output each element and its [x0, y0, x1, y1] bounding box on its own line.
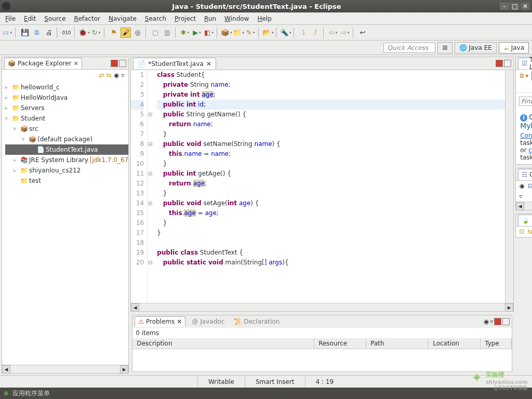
focus-icon[interactable]: ◉ [519, 182, 524, 190]
collapse-icon[interactable]: ⊟ [519, 228, 524, 235]
back-button[interactable]: ⇦ [328, 28, 338, 38]
link-icon[interactable]: ⇆ [527, 228, 532, 235]
column-header[interactable]: Resource [314, 338, 366, 349]
collapse-all-icon[interactable]: ⇄ [99, 72, 104, 79]
focus-icon[interactable]: ◉ [484, 318, 489, 325]
menu-file[interactable]: File [1, 14, 20, 24]
new-package-button[interactable]: 📦 [221, 28, 232, 38]
scroll-left-button[interactable]: ◀ [516, 202, 524, 210]
tree-item[interactable]: ▿📁Student [5, 113, 128, 124]
run-button[interactable]: ▶ [192, 28, 202, 38]
new-folder-button[interactable]: 📁 [233, 28, 244, 38]
save-button[interactable]: 💾 [20, 28, 30, 38]
column-header[interactable]: Location [429, 338, 481, 349]
app-menu-label[interactable]: 应用程序菜单 [12, 389, 50, 398]
tree-item[interactable]: ▹📁Servers [5, 103, 128, 113]
problems-tab[interactable]: ⚠ Problems ✕ [135, 316, 185, 327]
javadoc-tab[interactable]: @ Javadoc [189, 317, 228, 326]
box1-button[interactable]: ▢ [150, 28, 161, 38]
brush-button[interactable]: 🖌 [121, 28, 131, 38]
next-annotation-button[interactable]: ⤵ [298, 28, 309, 38]
scroll-left-button[interactable]: ◀ [131, 303, 139, 312]
tree-item[interactable]: ▹📄StudentText.java [5, 144, 128, 155]
view-menu-icon[interactable]: ▿ [121, 72, 124, 79]
connect-link[interactable]: Connect [520, 132, 532, 139]
coverage-button[interactable]: ◧ [204, 28, 214, 38]
menu-window[interactable]: Window [220, 14, 253, 24]
vertical-scrollbar[interactable] [505, 70, 513, 303]
minimize-view-button[interactable] [494, 318, 501, 325]
tree-item[interactable]: ▹📁shiyanlou_cs212 [5, 165, 128, 176]
package-tree[interactable]: ▹📁helloworld_c▹📁HelloWorldJava▹📁Servers▿… [2, 81, 128, 365]
editor-tab-studenttext[interactable]: 📄 *StudentText.java ✕ [133, 58, 216, 69]
refresh-button[interactable]: ↻ [91, 28, 101, 38]
menu-refactor[interactable]: Refactor [70, 14, 104, 24]
find-input[interactable] [519, 97, 532, 106]
open-perspective-button[interactable]: ⊞ [437, 42, 452, 54]
menu-run[interactable]: Run [200, 14, 220, 24]
scroll-right-button[interactable]: ▶ [120, 365, 128, 374]
spring-explorer-tab[interactable]: 🍃 Spring Expl ✕ [518, 215, 532, 226]
perspective-java-ee[interactable]: 🌐Java EE [455, 42, 497, 54]
new-task-icon[interactable]: 🗎▾ [519, 72, 528, 79]
forward-button[interactable]: ⇨ [340, 28, 350, 38]
minimize-button[interactable]: – [500, 3, 509, 10]
sort-icon[interactable]: ⊟ [528, 182, 532, 190]
flag-button[interactable]: ⚑ [109, 28, 119, 38]
focus-task-icon[interactable]: ◉ [114, 72, 119, 79]
close-icon[interactable]: ✕ [177, 318, 182, 325]
scroll-left-button[interactable]: ◀ [2, 365, 10, 374]
close-icon[interactable]: ✕ [206, 60, 211, 68]
maximize-button[interactable]: □ [510, 3, 520, 10]
column-header[interactable]: Description [132, 338, 314, 349]
tree-item[interactable]: ▿📦src [5, 124, 128, 134]
scroll-right-button[interactable]: ▶ [505, 303, 513, 312]
close-icon[interactable]: ✕ [74, 60, 78, 67]
menu-source[interactable]: Source [40, 14, 70, 24]
minimize-editor-button[interactable] [496, 60, 503, 67]
target-button[interactable]: ◎ [132, 28, 143, 38]
os-taskbar[interactable]: ❖ 应用程序菜单 [0, 388, 532, 399]
outline-tab[interactable]: ☷ Outline ✕ [518, 169, 532, 180]
maximize-view-button[interactable] [502, 318, 510, 325]
tree-item[interactable]: ▹📁HelloWorldJava [5, 92, 128, 103]
menu-project[interactable]: Project [170, 14, 200, 24]
column-header[interactable]: Path [366, 338, 429, 349]
bug-run-button[interactable]: ✱ [180, 28, 190, 38]
declaration-tab[interactable]: 📜 Declaration [231, 317, 283, 326]
menu-edit[interactable]: Edit [20, 14, 40, 24]
view-menu-icon[interactable]: ▿ [519, 193, 522, 200]
maximize-view-button[interactable] [119, 60, 126, 67]
pin-button[interactable]: ↩ [357, 28, 368, 38]
new-button[interactable]: ▭ [2, 28, 12, 38]
print-button[interactable]: 🖨 [44, 28, 54, 38]
package-explorer-tab[interactable]: 📦 Package Explorer ✕ [4, 58, 82, 69]
tree-item[interactable]: ▿📦(default package) [5, 134, 128, 144]
create-link[interactable]: create [528, 147, 532, 154]
task-list-tab[interactable]: ☑ Task List ✕ [518, 58, 532, 69]
geany-icon[interactable]: ❖ [3, 390, 9, 397]
column-header[interactable]: Type [481, 338, 512, 349]
menu-navigate[interactable]: Navigate [104, 14, 141, 24]
code-editor[interactable]: 1234567891011121314151617181920 ⊖⊖⊖⊖⊖ cl… [131, 70, 513, 303]
tree-item[interactable]: ▹📚JRE System Library [jdk1.7.0_67 [5, 155, 128, 165]
view-menu-icon[interactable]: ▿ [490, 318, 493, 325]
maximize-editor-button[interactable] [504, 60, 511, 67]
menu-search[interactable]: Search [141, 14, 170, 24]
minimize-view-button[interactable] [111, 60, 118, 67]
search-button[interactable]: 🔦 [281, 28, 291, 38]
wand-button[interactable]: ✎ [245, 28, 256, 38]
menu-help[interactable]: Help [253, 14, 275, 24]
close-button[interactable]: ✕ [521, 3, 530, 10]
box2-button[interactable]: ▥ [162, 28, 172, 38]
link-editor-icon[interactable]: ⇆ [107, 72, 112, 79]
tree-item[interactable]: 📁test [5, 176, 128, 186]
perspective-java[interactable]: ☕Java [499, 42, 529, 54]
debug-button[interactable]: 🐞 [79, 28, 89, 38]
open-type-button[interactable]: 📂 [263, 28, 273, 38]
binary-button[interactable]: 010 [61, 28, 72, 38]
save-all-button[interactable]: 🗎 [32, 28, 42, 38]
prev-annotation-button[interactable]: ⤴ [310, 28, 321, 38]
quick-access-input[interactable]: Quick Access [383, 43, 435, 53]
tree-item[interactable]: ▹📁helloworld_c [5, 82, 128, 92]
